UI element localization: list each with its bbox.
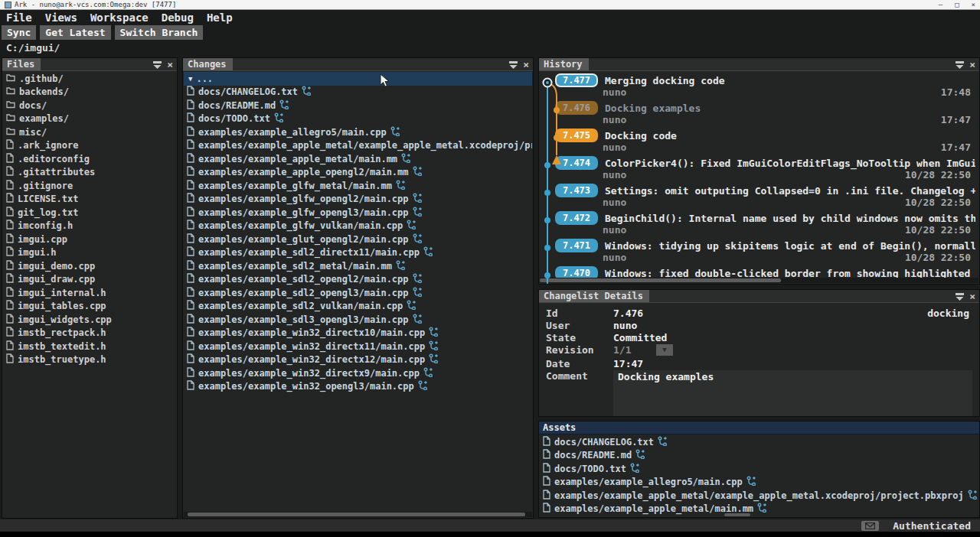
changes-list-item[interactable]: docs/TODO.txt: [184, 112, 532, 126]
history-entry[interactable]: 7.477Merging docking codenuno17:48: [540, 72, 978, 99]
history-hscrollbar[interactable]: [540, 278, 978, 283]
changes-list-item[interactable]: examples/example_apple_metal/example_app…: [184, 139, 532, 153]
close-icon[interactable]: ×: [969, 292, 975, 301]
changes-list-item[interactable]: examples/example_win32_directx11/main.cp…: [184, 340, 532, 353]
files-list-item[interactable]: imstb_truetype.h: [3, 353, 176, 367]
close-icon[interactable]: ×: [523, 60, 529, 69]
tab-history[interactable]: History: [539, 58, 589, 70]
tab-changelist-details[interactable]: Changelist Details: [539, 290, 649, 302]
history-entry[interactable]: 7.472BeginChild(): Internal name used by…: [540, 210, 978, 237]
changes-list-item[interactable]: examples/example_win32_opengl3/main.cpp: [184, 380, 532, 394]
history-entry[interactable]: 7.475Docking codenuno17:47: [540, 127, 978, 155]
file-name: imstb_textedit.h: [18, 341, 106, 352]
changes-list-item[interactable]: examples/example_glfw_metal/main.mm: [184, 179, 532, 193]
changes-list-item[interactable]: examples/example_apple_metal/main.mm: [184, 152, 532, 166]
files-list-item[interactable]: imgui_internal.h: [3, 286, 176, 300]
files-list-item[interactable]: imgui_widgets.cpp: [3, 313, 176, 327]
tab-files[interactable]: Files: [2, 58, 41, 70]
close-icon[interactable]: ×: [167, 60, 173, 69]
changes-list-item[interactable]: examples/example_sdl2_vulkan/main.cpp: [184, 300, 532, 314]
files-list-item[interactable]: .gitattributes: [3, 166, 176, 180]
asset-list-item[interactable]: docs/README.md: [540, 449, 978, 463]
commit-author: nuno: [603, 114, 626, 125]
changes-list-item[interactable]: examples/example_sdl2_opengl2/main.cpp: [184, 273, 532, 287]
menu-item-workspace[interactable]: Workspace: [90, 11, 149, 24]
files-list-item[interactable]: LICENSE.txt: [3, 193, 176, 207]
files-list-item[interactable]: misc/: [3, 125, 176, 139]
tab-changes[interactable]: Changes: [183, 58, 233, 70]
merge-icon: [413, 314, 423, 326]
history-entry[interactable]: 7.476Docking examplesnuno17:47: [540, 99, 978, 127]
changes-list-item[interactable]: docs/CHANGELOG.txt: [184, 86, 532, 99]
files-list-item[interactable]: imgui.cpp: [3, 233, 176, 246]
files-list-item[interactable]: imgui_draw.cpp: [3, 273, 176, 287]
changes-list-item[interactable]: examples/example_win32_directx10/main.cp…: [184, 327, 532, 340]
filter-icon[interactable]: [956, 57, 964, 72]
files-list-item[interactable]: git_log.txt: [3, 206, 176, 220]
asset-list-item[interactable]: docs/TODO.txt: [540, 462, 978, 476]
toolbar-button-get-latest[interactable]: Get Latest: [40, 25, 110, 40]
chevron-down-icon[interactable]: ▼: [188, 75, 192, 83]
asset-list-item[interactable]: examples/example_allegro5/main.cpp: [540, 476, 978, 490]
changes-list-item[interactable]: examples/example_sdl3_opengl3/main.cpp: [184, 313, 532, 327]
history-entry[interactable]: 7.470Windows: fixed double-clicked borde…: [540, 265, 978, 278]
changes-list-item[interactable]: examples/example_allegro5/main.cpp: [184, 125, 532, 139]
changes-list-item[interactable]: docs/README.md: [184, 99, 532, 112]
files-list-item[interactable]: imstb_textedit.h: [3, 340, 176, 353]
changes-list-item[interactable]: examples/example_sdl2_opengl3/main.cpp: [184, 286, 532, 300]
files-list-item[interactable]: .github/: [3, 72, 176, 86]
changes-list-item[interactable]: examples/example_win32_directx9/main.cpp: [184, 366, 532, 380]
changes-list-item[interactable]: examples/example_apple_opengl2/main.mm: [184, 166, 532, 180]
filter-icon[interactable]: [956, 289, 964, 304]
files-list-item[interactable]: imgui.h: [3, 246, 176, 260]
maximize-button[interactable]: □: [955, 2, 959, 8]
merge-icon: [302, 86, 312, 98]
changes-root-row[interactable]: ▼...: [184, 72, 532, 86]
toolbar-button-switch-branch[interactable]: Switch Branch: [115, 25, 204, 40]
history-entry[interactable]: 7.474ColorPicker4(): Fixed ImGuiColorEdi…: [540, 155, 978, 182]
revision-dropdown-button[interactable]: ▼: [656, 344, 673, 356]
changes-list-item[interactable]: examples/example_sdl2_directx11/main.cpp: [184, 246, 532, 260]
menu-item-help[interactable]: Help: [207, 11, 233, 24]
files-list-item[interactable]: imconfig.h: [3, 220, 176, 233]
files-list-item[interactable]: .ark_ignore: [3, 139, 176, 153]
minimize-button[interactable]: –: [939, 2, 942, 8]
os-titlebar: Ark - nuno@ark-vcs.com:Omega:dev [7477] …: [0, 0, 980, 10]
files-list-item[interactable]: imstb_rectpack.h: [3, 327, 176, 340]
toolbar-button-sync[interactable]: Sync: [2, 25, 36, 40]
changes-list-item[interactable]: examples/example_win32_directx12/main.cp…: [184, 353, 532, 367]
asset-list-item[interactable]: docs/CHANGELOG.txt: [540, 435, 978, 449]
asset-list-item[interactable]: examples/example_apple_metal/example_app…: [540, 489, 978, 503]
changes-list-item[interactable]: examples/example_glfw_opengl2/main.cpp: [184, 193, 532, 207]
app-icon: [5, 2, 11, 8]
files-list-item[interactable]: imgui_demo.cpp: [3, 259, 176, 273]
filter-icon[interactable]: [509, 57, 518, 72]
close-button[interactable]: ×: [972, 2, 975, 8]
changes-hscrollbar[interactable]: [184, 512, 532, 517]
files-list-item[interactable]: docs/: [3, 99, 176, 112]
menu-item-debug[interactable]: Debug: [162, 11, 194, 24]
scrollbar-thumb[interactable]: [724, 513, 750, 516]
history-entry[interactable]: 7.473Settings: omit outputing Collapsed=…: [540, 182, 978, 210]
files-list-item[interactable]: .editorconfig: [3, 152, 176, 166]
assets-hscrollbar[interactable]: [540, 513, 978, 516]
files-list-item[interactable]: examples/: [3, 112, 176, 126]
close-icon[interactable]: ×: [969, 60, 975, 69]
filter-icon[interactable]: [153, 57, 162, 72]
comment-textarea[interactable]: Docking examples: [613, 370, 972, 417]
mail-icon[interactable]: [861, 521, 879, 531]
file-path: examples/example_glfw_metal/main.mm: [198, 181, 392, 191]
menu-item-file[interactable]: File: [6, 11, 32, 24]
scrollbar-thumb[interactable]: [188, 513, 525, 516]
files-list-item[interactable]: imgui_tables.cpp: [3, 300, 176, 314]
menu-item-views[interactable]: Views: [45, 11, 77, 24]
files-list-item[interactable]: .gitignore: [3, 179, 176, 193]
changes-list-item[interactable]: examples/example_sdl2_metal/main.mm: [184, 259, 532, 273]
scrollbar-thumb[interactable]: [540, 278, 781, 282]
changes-list-item[interactable]: examples/example_glfw_vulkan/main.cpp: [184, 220, 532, 233]
changes-list-item[interactable]: examples/example_glut_opengl2/main.cpp: [184, 233, 532, 246]
files-list-item[interactable]: backends/: [3, 86, 176, 99]
file-name: .ark_ignore: [18, 140, 78, 151]
history-entry[interactable]: 7.471Windows: tidying up skipitems logic…: [540, 237, 978, 265]
changes-list-item[interactable]: examples/example_glfw_opengl3/main.cpp: [184, 206, 532, 220]
